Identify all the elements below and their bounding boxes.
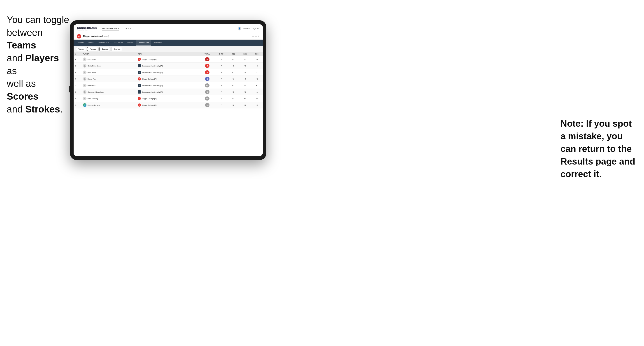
player-avatar: [83, 64, 86, 68]
team-name: Scoreboard University [A]: [142, 91, 162, 93]
cell-player: MTMarcus Turners: [82, 102, 136, 108]
svg-point-4: [84, 78, 85, 79]
toggle-strokes[interactable]: Strokes: [111, 47, 122, 51]
col-header-rd3: RD3: [251, 52, 263, 56]
table-row: 4David FordCClippd College [A]EF+1-4+3: [74, 76, 263, 82]
scoreboard-logo: SCOREBOARD Powered by clippd: [77, 27, 97, 31]
logo-main-text: SCOREBOARD: [77, 27, 97, 29]
team-name: Scoreboard University [A]: [142, 71, 162, 73]
tournament-name: Clippd Invitational: [83, 35, 103, 37]
team-logo: ≡: [138, 71, 141, 74]
svg-point-3: [84, 72, 85, 73]
cancel-button[interactable]: Cancel ✕: [252, 35, 260, 37]
team-logo: C: [138, 77, 141, 80]
team-logo: C: [138, 97, 141, 100]
cell-rd3: +6: [251, 95, 263, 102]
toggle-scores[interactable]: Scores: [99, 47, 110, 51]
tab-details[interactable]: Details: [76, 40, 86, 46]
cell-rd3: -5: [251, 56, 263, 63]
cell-total: -2: [199, 69, 215, 76]
app-header: SCOREBOARD Powered by clippd TOURNAMENTS…: [74, 24, 263, 33]
nav-teams[interactable]: TEAMS: [123, 27, 131, 30]
player-name: Rich Butler: [88, 71, 96, 73]
player-name: Blair McHarg: [88, 98, 98, 100]
tablet-screen: SCOREBOARD Powered by clippd TOURNAMENTS…: [74, 24, 263, 156]
tab-results[interactable]: Results: [125, 40, 136, 46]
cell-rd3: -4: [251, 63, 263, 69]
cancel-label: Cancel: [252, 35, 257, 37]
cell-rd1: +3: [227, 56, 239, 63]
left-annotation: You can toggle between Teams and Players…: [7, 13, 70, 116]
cell-rank: 4: [74, 76, 82, 82]
cell-rank: 5: [74, 82, 82, 89]
cell-rank: 1: [74, 56, 82, 63]
cell-player: Cameron Robertson: [82, 89, 136, 95]
tab-teams[interactable]: Teams: [86, 40, 96, 46]
table-body: 1Elliot EbertCClippd College [A]-8F+3-6-…: [74, 56, 263, 108]
player-avatar: [83, 71, 86, 74]
toggle-bar: Teams Players Scores Strokes: [74, 46, 263, 52]
toggle-players[interactable]: Players: [87, 47, 98, 51]
table-row: 3Rich Butler≡Scoreboard University [A]-2…: [74, 69, 263, 76]
svg-point-6: [84, 91, 85, 92]
cell-rd2: +1: [239, 95, 251, 102]
col-header-player: PLAYER: [82, 52, 136, 56]
cell-player: Elliot Ebert: [82, 56, 136, 63]
table-row: 5Rees Britt≡Scoreboard University [A]+1F…: [74, 82, 263, 89]
cell-thru: F: [215, 95, 228, 102]
cell-team: ≡Scoreboard University [A]: [136, 89, 199, 95]
note-bold: Note: If you spot a mistake, you can ret…: [560, 119, 635, 179]
cell-team: CClippd College [A]: [136, 102, 199, 108]
cell-rd1: +1: [227, 69, 239, 76]
cell-team: ≡Scoreboard University [A]: [136, 63, 199, 69]
cell-rank: 6: [74, 89, 82, 95]
tournament-gender: (Men): [104, 35, 109, 37]
toggle-teams[interactable]: Teams: [76, 47, 86, 51]
cancel-icon: ✕: [258, 35, 260, 37]
signout-link[interactable]: Sign out: [252, 27, 259, 29]
team-logo: ≡: [138, 64, 141, 67]
cell-rd2: +2: [239, 89, 251, 95]
user-icon: 👤: [238, 27, 241, 30]
tab-printables[interactable]: Printables: [151, 40, 164, 46]
cell-total: +1: [199, 82, 215, 89]
player-avatar: [83, 77, 86, 81]
cell-rd2: -4: [239, 76, 251, 82]
team-logo: ≡: [138, 84, 141, 87]
cell-rd1: +5: [227, 89, 239, 95]
col-header-team: TEAM: [136, 52, 199, 56]
tab-course-setup[interactable]: Course Setup: [96, 40, 111, 46]
cell-rd1: +2: [227, 95, 239, 102]
bold-strokes: Strokes: [25, 104, 60, 115]
team-name: Scoreboard University [A]: [142, 65, 162, 67]
cell-rd2: +5: [239, 63, 251, 69]
player-avatar: MT: [83, 103, 86, 107]
player-name: Rees Britt: [88, 85, 96, 87]
cell-rank: 3: [74, 69, 82, 76]
tab-leaderboards[interactable]: Leaderboards: [136, 40, 151, 46]
tab-tee-groups[interactable]: Tee Groups: [111, 40, 125, 46]
cell-rd1: +1: [227, 76, 239, 82]
cell-rd1: -5: [227, 63, 239, 69]
cell-player: Rich Butler: [82, 69, 136, 76]
cell-rd1: +2: [227, 102, 239, 108]
player-avatar: [83, 90, 86, 94]
cell-thru: F: [215, 56, 228, 63]
team-name: Clippd College [A]: [142, 98, 156, 100]
cell-rd3: -1: [251, 69, 263, 76]
svg-point-7: [84, 98, 85, 99]
leaderboard-table: # PLAYER TEAM TOTAL THRU RD1 RD2 RD3 1El…: [74, 52, 263, 156]
svg-point-5: [84, 85, 85, 86]
bold-players: Players: [25, 53, 59, 63]
cell-total: E: [199, 76, 215, 82]
cell-total: -4: [199, 63, 215, 69]
cell-team: CClippd College [A]: [136, 95, 199, 102]
cell-rd3: E: [251, 82, 263, 89]
tournament-header: C Clippd Invitational (Men) Cancel ✕: [74, 33, 263, 40]
player-avatar: [83, 97, 86, 100]
cell-rd2: -6: [239, 56, 251, 63]
bold-teams: Teams: [7, 40, 36, 50]
col-header-rd1: RD1: [227, 52, 239, 56]
table-row: 1Elliot EbertCClippd College [A]-8F+3-6-…: [74, 56, 263, 63]
nav-tournaments[interactable]: TOURNAMENTS: [102, 27, 119, 30]
